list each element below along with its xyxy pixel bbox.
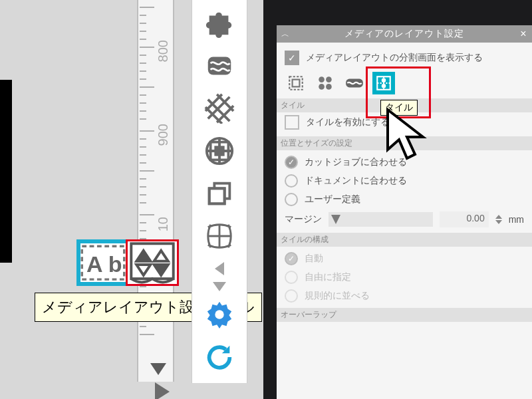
- palette: A b: [76, 239, 179, 286]
- auto-radio: [285, 252, 298, 265]
- mode-roll-button[interactable]: [343, 72, 366, 94]
- warp-tool[interactable]: [198, 217, 241, 255]
- wave-icon: [204, 51, 235, 81]
- collapse-left-icon[interactable]: [215, 262, 224, 275]
- fit-cut-label: カットジョブに合わせる: [305, 156, 407, 168]
- show-split-label: メディアレイアウトの分割画面を表示する: [306, 52, 483, 64]
- regular-radio: [285, 289, 298, 303]
- fit-user-label: ユーザー定義: [305, 194, 360, 205]
- copies-icon: [317, 74, 334, 92]
- svg-point-18: [382, 79, 385, 82]
- expand-down-icon[interactable]: [213, 282, 226, 291]
- canvas-edge: [0, 80, 12, 263]
- svg-rect-11: [293, 80, 300, 87]
- layout-shapes-icon: [128, 240, 177, 286]
- enable-tile-label: タイルを有効にする: [306, 116, 390, 128]
- puzzle-tool[interactable]: [198, 4, 241, 43]
- svg-point-13: [326, 76, 332, 82]
- enable-tile-checkbox[interactable]: [285, 115, 299, 130]
- svg-point-15: [326, 84, 332, 90]
- refresh-icon: [204, 342, 235, 372]
- media-layout-panel-button[interactable]: [126, 239, 179, 286]
- svg-rect-5: [214, 146, 224, 156]
- show-split-checkbox[interactable]: ✓: [285, 51, 299, 65]
- grid-tool[interactable]: [198, 132, 241, 170]
- text-ab-icon: A b: [80, 245, 126, 281]
- ruler-label-900: 900: [156, 124, 171, 146]
- tool-column: [192, 0, 247, 383]
- layers-tool[interactable]: [198, 174, 241, 213]
- ruler-arrow-icon: [150, 363, 166, 375]
- refresh-tool[interactable]: [198, 338, 241, 376]
- settings-tool[interactable]: [198, 295, 241, 334]
- panel-titlebar[interactable]: ︿ メディアのレイアウト設定 ×: [277, 25, 532, 43]
- svg-point-14: [319, 84, 325, 90]
- mode-copies-button[interactable]: [314, 72, 336, 94]
- svg-point-9: [215, 310, 223, 319]
- fit-cut-radio[interactable]: [285, 156, 298, 169]
- tooltip-tile: タイル: [380, 100, 418, 116]
- roll-icon: [344, 75, 364, 91]
- ruler-label-800: 800: [156, 40, 171, 62]
- warp-grid-icon: [204, 221, 235, 251]
- margin-label: マージン: [285, 213, 322, 225]
- hatch-icon: [204, 93, 235, 124]
- freeform-radio: [285, 271, 298, 284]
- svg-text:A b: A b: [86, 251, 122, 277]
- svg-rect-3: [208, 57, 231, 75]
- margin-spinner[interactable]: [495, 215, 502, 224]
- slider-thumb-icon: [331, 215, 340, 224]
- canvas-area: 800 900 10 A b: [0, 0, 263, 399]
- svg-rect-10: [289, 76, 303, 90]
- hatch-tool[interactable]: [198, 89, 241, 128]
- svg-point-19: [382, 84, 385, 87]
- mode-crop-button[interactable]: [285, 72, 307, 94]
- media-layout-panel: ︿ メディアのレイアウト設定 × ✓ メディアレイアウトの分割画面を表示する タ…: [277, 25, 532, 399]
- fit-doc-label: ドキュメントに合わせる: [305, 175, 407, 187]
- freeform-label: 自由に指定: [305, 271, 351, 283]
- layers-icon: [204, 178, 235, 209]
- close-icon[interactable]: ×: [515, 28, 532, 40]
- section-sizepos: 位置とサイズの設定: [277, 136, 532, 150]
- tile-icon: [375, 74, 392, 92]
- panel-title: メディアのレイアウト設定: [294, 28, 515, 40]
- collapse-caret-icon[interactable]: ︿: [277, 29, 294, 40]
- margin-value[interactable]: 0.00: [440, 211, 489, 227]
- gear-icon: [204, 299, 235, 330]
- section-overlap: オーバーラップ: [277, 308, 532, 322]
- mode-tile-button[interactable]: [372, 72, 395, 94]
- crop-icon: [287, 74, 305, 92]
- section-tilecomp: タイルの構成: [277, 233, 532, 247]
- wave-tool[interactable]: [198, 47, 241, 85]
- regular-label: 規則的に並べる: [305, 290, 370, 302]
- text-tool-button[interactable]: A b: [76, 239, 130, 286]
- fit-user-radio[interactable]: [285, 193, 298, 206]
- puzzle-icon: [204, 8, 235, 39]
- vertical-ruler: 800 900 10: [137, 0, 174, 382]
- play-icon[interactable]: [155, 382, 170, 399]
- svg-point-12: [319, 76, 325, 82]
- auto-label: 自動: [305, 253, 323, 265]
- margin-slider[interactable]: [329, 212, 433, 227]
- ruler-label-10: 10: [156, 217, 171, 231]
- fit-doc-radio[interactable]: [285, 174, 298, 188]
- margin-unit: mm: [509, 214, 524, 225]
- mode-buttons-row: [285, 72, 524, 94]
- grid-sphere-icon: [204, 136, 235, 166]
- svg-rect-7: [209, 188, 225, 203]
